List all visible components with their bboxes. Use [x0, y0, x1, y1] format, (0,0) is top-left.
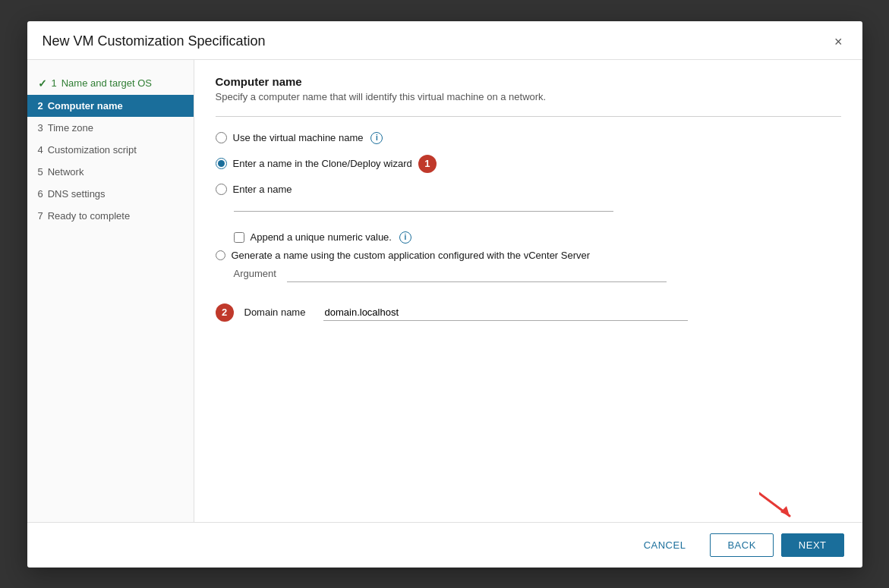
sidebar-item-label: 1	[52, 77, 57, 89]
info-icon-append: i	[399, 231, 411, 244]
sidebar-item-name-target-os[interactable]: ✓ 1 Name and target OS	[27, 72, 194, 95]
domain-section: 2 Domain name	[216, 303, 841, 322]
domain-input[interactable]	[323, 304, 688, 321]
modal-header: New VM Customization Specification ×	[27, 21, 862, 60]
modal-footer: CANCEL BACK NEXT	[27, 522, 862, 568]
sidebar-item-number: 6	[38, 188, 43, 200]
sidebar: ✓ 1 Name and target OS 2 Computer name 3…	[27, 60, 194, 522]
checkbox-row-append: Append a unique numeric value. i	[234, 231, 841, 244]
radio-row-clone-deploy: Enter a name in the Clone/Deploy wizard …	[216, 155, 841, 173]
info-icon-use-vm-name: i	[370, 132, 383, 144]
sidebar-item-network[interactable]: 5 Network	[27, 161, 194, 183]
radio-label-clone-deploy: Enter a name in the Clone/Deploy wizard	[233, 158, 412, 169]
sidebar-item-number: 7	[38, 210, 43, 222]
sidebar-item-number: 2	[38, 100, 43, 112]
modal: New VM Customization Specification × ✓ 1…	[27, 21, 862, 568]
close-button[interactable]: ×	[830, 33, 847, 50]
argument-row: Argument	[234, 266, 841, 282]
sidebar-item-customization-script[interactable]: 4 Customization script	[27, 139, 194, 161]
divider	[216, 116, 841, 117]
back-button[interactable]: BACK	[710, 533, 773, 557]
radio-group: Use the virtual machine name i Enter a n…	[216, 132, 841, 218]
name-input[interactable]	[234, 195, 613, 212]
radio-label-enter-name: Enter a name	[233, 184, 292, 195]
generate-row: Generate a name using the custom applica…	[216, 250, 841, 261]
cancel-button[interactable]: CANCEL	[627, 534, 703, 556]
sidebar-item-number: 4	[38, 144, 43, 156]
sidebar-item-label-text: Ready to complete	[48, 210, 130, 222]
sidebar-item-number: 5	[38, 166, 43, 178]
domain-badge-wrap: 2 Domain name	[216, 303, 313, 322]
sidebar-item-number: 3	[38, 122, 43, 134]
checkmark-icon: ✓	[38, 77, 47, 90]
step-badge-2: 2	[216, 303, 234, 322]
modal-body: ✓ 1 Name and target OS 2 Computer name 3…	[27, 60, 862, 522]
content-area: Computer name Specify a computer name th…	[194, 60, 862, 522]
sidebar-item-label-text: Time zone	[48, 122, 93, 134]
radio-enter-name[interactable]	[216, 184, 227, 195]
modal-overlay: New VM Customization Specification × ✓ 1…	[0, 0, 889, 588]
sidebar-item-ready-to-complete[interactable]: 7 Ready to complete	[27, 205, 194, 227]
next-button[interactable]: NEXT	[781, 533, 844, 557]
step-badge-1: 1	[418, 155, 437, 173]
checkbox-append-label: Append a unique numeric value.	[251, 231, 392, 243]
radio-generate-name[interactable]	[216, 250, 225, 260]
sidebar-item-label-text: Customization script	[48, 144, 137, 156]
sidebar-item-label-text: Network	[48, 166, 84, 178]
arrow-svg	[759, 489, 802, 520]
radio-clone-deploy[interactable]	[216, 158, 227, 169]
argument-label: Argument	[234, 268, 279, 279]
domain-label: Domain name	[244, 307, 313, 318]
name-input-row	[234, 195, 841, 212]
generate-label: Generate a name using the custom applica…	[232, 250, 591, 261]
svg-marker-1	[780, 506, 790, 516]
radio-row-enter-name: Enter a name	[216, 184, 841, 218]
radio-row-use-vm-name: Use the virtual machine name i	[216, 132, 841, 144]
sidebar-item-label-text: Computer name	[48, 100, 123, 112]
section-title: Computer name	[216, 75, 841, 88]
argument-input[interactable]	[287, 266, 667, 282]
radio-label-use-vm-name: Use the virtual machine name	[233, 132, 364, 143]
sidebar-item-dns-settings[interactable]: 6 DNS settings	[27, 183, 194, 205]
checkbox-append-unique[interactable]	[234, 232, 244, 243]
sidebar-item-computer-name[interactable]: 2 Computer name	[27, 95, 194, 117]
radio-use-vm-name[interactable]	[216, 132, 227, 143]
sidebar-item-time-zone[interactable]: 3 Time zone	[27, 117, 194, 139]
section-desc: Specify a computer name that will identi…	[216, 91, 841, 102]
arrow-indicator	[759, 489, 802, 522]
sidebar-item-label-text: DNS settings	[48, 188, 106, 200]
modal-title: New VM Customization Specification	[43, 33, 266, 49]
sidebar-item-label-text: Name and target OS	[61, 77, 152, 89]
